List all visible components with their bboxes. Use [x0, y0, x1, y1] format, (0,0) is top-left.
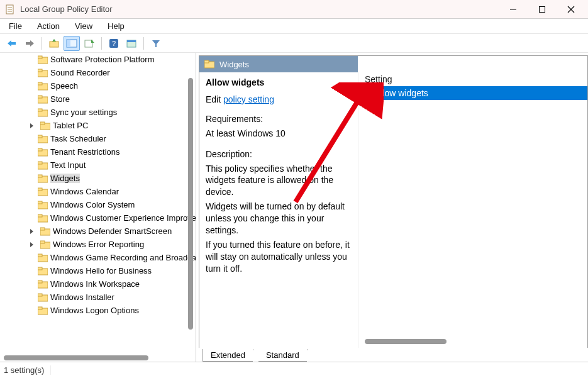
setting-row[interactable]: Allow widgets	[358, 86, 587, 100]
tree-item-label: Windows Game Recording and Broadcasting	[50, 253, 196, 262]
tab-extended[interactable]: Extended	[202, 349, 253, 362]
category-header: Widgets	[199, 56, 358, 72]
svg-rect-62	[38, 307, 42, 309]
tree-item-label: Windows Hello for Business	[50, 266, 152, 275]
tree-vertical-scrollbar[interactable]	[188, 78, 193, 330]
tree-item[interactable]: Windows Color System	[0, 198, 196, 211]
tree-item[interactable]: Windows Ink Workspace	[0, 277, 196, 291]
svg-rect-58	[38, 281, 42, 283]
tree-item[interactable]: Tenant Restrictions	[0, 145, 196, 158]
svg-rect-38	[38, 148, 42, 151]
svg-rect-50	[40, 228, 45, 230]
edit-policy-link[interactable]: policy setting	[223, 94, 274, 104]
help-button[interactable]: ?	[106, 36, 122, 51]
tree-item-label: Windows Installer	[50, 292, 114, 302]
properties-button[interactable]	[123, 36, 140, 51]
tree-item-label: Windows Logon Options	[50, 306, 139, 315]
tree-item[interactable]: Sync your settings	[0, 106, 196, 119]
tree-item[interactable]: Sound Recorder	[0, 66, 196, 79]
tree-item-label: Windows Customer Experience Improvement …	[50, 213, 196, 223]
menu-bar: File Action View Help	[0, 19, 588, 34]
list-horizontal-scrollbar[interactable]	[365, 339, 447, 344]
close-button[interactable]	[557, 0, 585, 18]
edit-prefix: Edit	[206, 94, 223, 104]
client-area: Software Protection PlatformSound Record…	[0, 53, 588, 362]
svg-rect-21	[127, 40, 136, 42]
tree-item-label: Windows Ink Workspace	[50, 279, 140, 289]
svg-rect-42	[38, 175, 42, 177]
maximize-button[interactable]	[528, 0, 557, 18]
tree-view[interactable]: Software Protection PlatformSound Record…	[0, 53, 196, 353]
svg-rect-54	[38, 254, 42, 257]
tree-item[interactable]: Tablet PC	[0, 119, 196, 132]
settings-list-column: Setting Allow widgets	[358, 72, 587, 348]
svg-rect-28	[38, 82, 42, 85]
tree-item[interactable]: Windows Defender SmartScreen	[0, 225, 196, 238]
menu-view[interactable]: View	[70, 20, 97, 32]
svg-rect-12	[50, 42, 58, 47]
description-body-2: Widgets will be turned on by default unl…	[206, 201, 352, 236]
tree-item-label: Store	[50, 94, 70, 104]
tree-item[interactable]: Software Protection Platform	[0, 53, 196, 66]
forward-button[interactable]	[21, 36, 38, 51]
svg-text:?: ?	[112, 40, 116, 47]
tree-item[interactable]: Widgets	[0, 172, 196, 185]
tree-item[interactable]: Windows Installer	[0, 291, 196, 304]
tree-item[interactable]: Store	[0, 92, 196, 106]
tree-item[interactable]: Text Input	[0, 158, 196, 172]
up-folder-button[interactable]	[46, 36, 62, 51]
tree-item[interactable]: Task Scheduler	[0, 132, 196, 145]
svg-marker-13	[52, 39, 56, 42]
tree-item-label: Software Protection Platform	[50, 55, 154, 64]
tree-item-label: Text Input	[50, 160, 86, 170]
tree-horizontal-scrollbar[interactable]	[4, 355, 148, 360]
filter-button[interactable]	[148, 36, 164, 51]
tree-item-label: Task Scheduler	[50, 134, 106, 143]
svg-rect-40	[38, 162, 42, 164]
minimize-button[interactable]	[499, 0, 528, 18]
svg-marker-22	[152, 40, 160, 47]
toolbar-separator	[42, 37, 42, 50]
tree-item-label: Tenant Restrictions	[50, 147, 120, 157]
export-list-button[interactable]	[81, 36, 97, 51]
toolbar-separator	[101, 37, 102, 50]
view-tabs: Extended Standard	[199, 348, 588, 362]
description-body-3: If you turned this feature on before, it…	[206, 239, 352, 275]
svg-rect-15	[67, 40, 70, 47]
toolbar: ?	[0, 34, 588, 53]
tree-item[interactable]: Speech	[0, 79, 196, 92]
tree-item-label: Windows Color System	[50, 200, 135, 209]
tab-standard[interactable]: Standard	[258, 349, 308, 362]
details-pane: Widgets Allow widgets Edit policy settin…	[196, 53, 588, 362]
back-button[interactable]	[4, 36, 20, 51]
menu-file[interactable]: File	[4, 20, 27, 32]
tree-item[interactable]: Windows Hello for Business	[0, 264, 196, 277]
tree-item-label: Speech	[50, 81, 78, 91]
description-body-1: This policy specifies whether the widget…	[206, 163, 352, 199]
setting-label: Allow widgets	[375, 88, 428, 98]
svg-rect-34	[40, 122, 45, 125]
svg-rect-60	[38, 294, 42, 296]
description-label: Description:	[206, 148, 352, 160]
svg-rect-9	[11, 42, 16, 45]
column-header-setting[interactable]: Setting	[358, 72, 587, 86]
requirements-value: At least Windows 10	[206, 128, 352, 140]
svg-rect-64	[204, 60, 209, 63]
status-bar: 1 setting(s)	[0, 362, 588, 378]
tree-item-label: Widgets	[50, 174, 80, 183]
svg-point-66	[363, 91, 369, 96]
tree-item[interactable]: Windows Logon Options	[0, 304, 196, 317]
show-tree-button[interactable]	[64, 36, 80, 51]
tree-item-label: Windows Error Reporting	[53, 240, 144, 249]
tree-item[interactable]: Windows Error Reporting	[0, 238, 196, 251]
menu-help[interactable]: Help	[103, 20, 130, 32]
tree-item-label: Tablet PC	[53, 121, 88, 130]
svg-rect-5	[540, 6, 545, 12]
setting-title: Allow widgets	[206, 77, 352, 87]
svg-rect-56	[38, 267, 42, 270]
tree-item[interactable]: Windows Customer Experience Improvement …	[0, 211, 196, 225]
tree-item[interactable]: Windows Game Recording and Broadcasting	[0, 251, 196, 264]
svg-rect-26	[38, 69, 42, 72]
tree-item[interactable]: Windows Calendar	[0, 185, 196, 198]
menu-action[interactable]: Action	[32, 20, 65, 32]
